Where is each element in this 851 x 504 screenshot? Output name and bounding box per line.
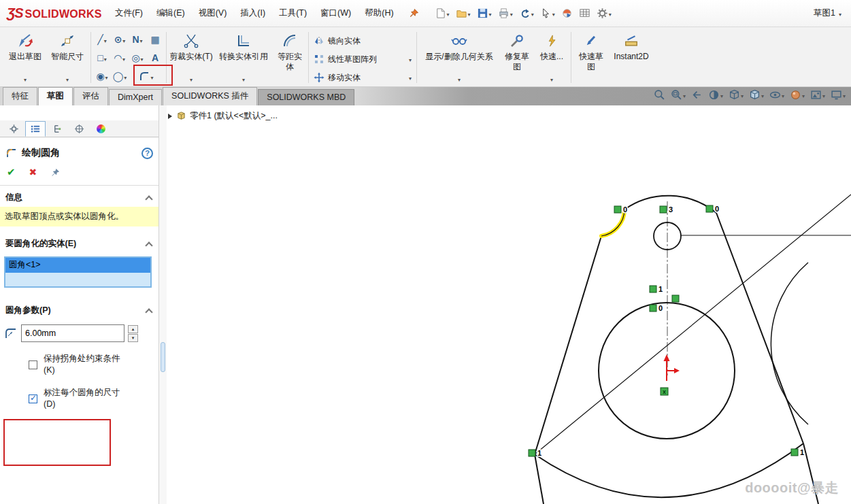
convert-entities-dropdown[interactable] <box>242 74 245 84</box>
mirror-entities-icon <box>314 35 324 46</box>
apply-scene-button[interactable] <box>810 89 825 101</box>
line-tool[interactable]: ╱ <box>93 30 111 48</box>
smart-dimension-dropdown[interactable] <box>66 74 69 84</box>
pm-title-row: 绘制圆角 ? <box>5 147 153 159</box>
keep-corner-checkbox[interactable] <box>29 360 37 369</box>
sketch-fillet-tool[interactable] <box>129 67 164 85</box>
tree-flyout-arrow-icon[interactable] <box>168 114 172 119</box>
sketch-profile[interactable] <box>535 195 851 504</box>
circle-tool[interactable]: ⊙ <box>111 30 129 48</box>
feature-tree-root[interactable]: 零件1 (默认<<默认>_... <box>176 110 278 122</box>
table-icon[interactable] <box>577 6 593 20</box>
zoom-area-button[interactable] <box>671 89 686 101</box>
keep-visible-pin-button[interactable] <box>50 167 61 178</box>
tab-dimxpert[interactable]: DimXpert <box>109 89 162 105</box>
trim-entities-dropdown[interactable] <box>190 74 193 84</box>
tab-evaluate[interactable]: 评估 <box>73 87 108 105</box>
linear-pattern-dropdown[interactable] <box>409 54 412 64</box>
exit-sketch-button[interactable]: 退出草图 <box>4 29 46 86</box>
tab-propertymanager[interactable] <box>25 121 46 137</box>
hide-show-items-button[interactable] <box>769 89 784 101</box>
select-cursor-button[interactable] <box>538 6 557 20</box>
menu-edit[interactable]: 编辑(E) <box>150 4 191 22</box>
tab-displaymanager[interactable] <box>90 121 111 137</box>
smart-dimension-button[interactable]: 智能尺寸 <box>46 29 88 86</box>
entities-to-fillet-listbox[interactable]: 圆角<1> <box>4 256 152 288</box>
dimension-each-checkbox[interactable] <box>29 394 37 403</box>
sketch-canvas[interactable]: 0 3 0 1 0 1 1 x <box>167 105 851 504</box>
view-settings-button[interactable] <box>831 89 846 101</box>
menu-file[interactable]: 文件(F) <box>109 4 149 22</box>
info-section-header[interactable]: 信息 <box>0 186 158 207</box>
splitter-grabber[interactable] <box>161 342 165 372</box>
ribbon-separator <box>571 32 571 83</box>
slot-tool[interactable]: ◯ <box>111 67 129 85</box>
move-entities-dropdown[interactable] <box>409 73 412 82</box>
move-entities-button[interactable]: 移动实体 <box>311 69 414 86</box>
trim-entities-button[interactable]: 剪裁实体(T) <box>169 29 214 86</box>
sketch-grid-tool[interactable]: ▦ <box>146 30 164 48</box>
repair-sketch-button[interactable]: 修复草图 <box>499 29 535 86</box>
ok-button[interactable]: ✔ <box>7 166 16 178</box>
spline-tool[interactable]: N <box>129 30 146 48</box>
spin-up-button[interactable] <box>128 325 138 333</box>
offset-entities-icon <box>282 31 298 51</box>
offset-entities-button[interactable]: 等距实体 <box>273 29 306 86</box>
menu-view[interactable]: 视图(V) <box>193 4 233 22</box>
exit-sketch-dropdown[interactable] <box>24 74 27 84</box>
spin-down-button[interactable] <box>128 334 138 342</box>
text-tool[interactable]: A <box>146 48 164 67</box>
previous-view-button[interactable] <box>691 89 703 101</box>
section-view-button[interactable] <box>708 89 723 101</box>
tab-features[interactable]: 特征 <box>3 87 37 105</box>
entities-section-header[interactable]: 要圆角化的实体(E) <box>0 232 158 253</box>
menu-tools[interactable]: 工具(T) <box>273 4 313 22</box>
fillet-radius-input[interactable] <box>21 324 124 342</box>
tab-dimxpertmanager[interactable] <box>69 121 89 137</box>
instant2d-button[interactable]: Instant2D <box>609 29 654 86</box>
params-section-header[interactable]: 圆角参数(P) <box>0 299 158 320</box>
quick-snaps-label: 快速... <box>540 52 563 62</box>
ellipse-tool[interactable]: ◎ <box>129 48 146 67</box>
undo-button[interactable] <box>517 6 536 20</box>
tab-sketch[interactable]: 草图 <box>38 87 73 105</box>
display-delete-relations-button[interactable]: 显示/删除几何关系 <box>419 29 499 86</box>
new-document-button[interactable] <box>433 6 452 20</box>
xpress-ball-icon[interactable] <box>559 6 575 20</box>
menu-help[interactable]: 帮助(H) <box>358 4 399 22</box>
menu-insert[interactable]: 插入(I) <box>234 4 271 22</box>
help-button[interactable]: ? <box>141 148 153 159</box>
tab-solidworks-mbd[interactable]: SOLIDWORKS MBD <box>258 89 354 105</box>
options-gear-button[interactable] <box>595 6 614 20</box>
rapid-sketch-button[interactable]: 快速草图 <box>573 29 609 86</box>
tab-solidworks-addins[interactable]: SOLIDWORKS 插件 <box>163 87 257 105</box>
relation-count: 0 <box>658 304 663 312</box>
document-switcher[interactable]: 草图1 <box>814 7 841 19</box>
command-manager-ribbon: 退出草图 智能尺寸 ╱ ⊙ N ▦ □ ◠ ◎ A ◉ ◯ 剪裁实体(T) 转换… <box>0 27 851 87</box>
display-style-button[interactable] <box>749 89 764 101</box>
selected-entity-row[interactable]: 圆角<1> <box>5 258 150 273</box>
view-orientation-button[interactable] <box>729 89 744 101</box>
relations-dropdown[interactable] <box>458 74 461 84</box>
mirror-entities-button[interactable]: 镜向实体 <box>311 33 414 49</box>
arc-tool[interactable]: ◠ <box>111 48 129 67</box>
edit-appearance-button[interactable] <box>790 89 805 101</box>
cancel-button[interactable]: ✖ <box>29 167 37 178</box>
point-tool[interactable]: ◉ <box>93 67 111 85</box>
graphics-area[interactable]: 0 3 0 1 0 1 1 x 零件1 (默认<<默认>_... dooooit… <box>167 105 851 504</box>
quick-snaps-dropdown[interactable] <box>550 74 553 84</box>
open-document-button[interactable] <box>454 6 473 20</box>
zoom-fit-button[interactable] <box>654 89 665 101</box>
rectangle-tool[interactable]: □ <box>93 48 111 67</box>
tab-featuremanager[interactable] <box>3 121 24 137</box>
linear-sketch-pattern-button[interactable]: 线性草图阵列 <box>311 51 414 67</box>
sketch-relation-markers[interactable]: 0 3 0 1 0 1 1 x <box>529 205 804 457</box>
save-button[interactable] <box>475 6 494 20</box>
quick-snaps-button[interactable]: 快速... <box>535 29 569 86</box>
convert-entities-button[interactable]: 转换实体引用 <box>214 29 273 86</box>
pin-menubar-icon[interactable] <box>407 8 422 18</box>
panel-splitter[interactable] <box>158 105 167 504</box>
menu-window[interactable]: 窗口(W) <box>314 4 357 22</box>
print-button[interactable] <box>496 6 515 20</box>
tab-configurationmanager[interactable] <box>47 121 67 137</box>
